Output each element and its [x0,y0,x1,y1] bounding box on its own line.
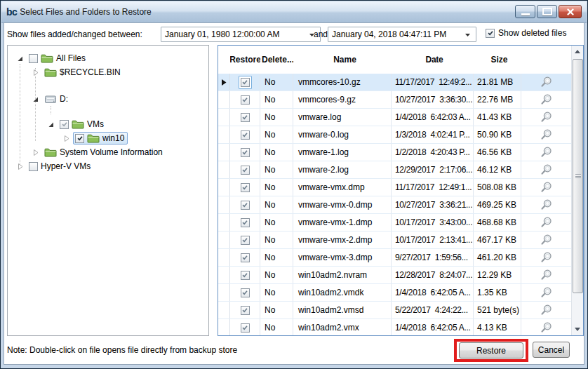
preview-file-button[interactable] [521,302,571,318]
name-cell[interactable]: vmware-vmx.dmp [293,179,392,196]
restore-cell[interactable] [230,249,260,266]
row-selector-cell[interactable] [218,196,230,213]
row-selector-cell[interactable] [218,319,230,335]
preview-file-button[interactable] [521,249,571,266]
name-cell[interactable]: vmmcores-9.gz [293,91,392,108]
row-selector-cell[interactable] [218,126,230,143]
titlebar[interactable]: bc Select Files and Folders to Restore [1,1,587,23]
file-row-win10adm2-vmdk[interactable]: Nowin10adm2.vmdk1/4/2018 6:42:05 A...1.3… [218,284,571,302]
name-cell[interactable]: vmware-vmx-0.dmp [293,196,392,213]
restore-checkbox[interactable] [241,148,250,157]
row-selector-cell[interactable] [218,109,230,126]
file-row-vmware-vmx-dmp[interactable]: Novmware-vmx.dmp11/17/2017 12:49:1...508… [218,179,571,196]
restore-checkbox[interactable] [241,323,250,333]
expander-expanded-icon[interactable] [32,95,39,103]
name-cell[interactable]: vmmcores-10.gz [293,74,392,90]
show-deleted-checkbox[interactable]: Show deleted files [486,28,566,38]
restore-cell[interactable] [230,179,260,196]
row-selector-cell[interactable] [218,74,230,90]
scroll-up-button[interactable] [572,46,583,58]
preview-file-button[interactable] [521,232,571,248]
tree-item-win10[interactable]: win10 [8,131,208,145]
preview-file-button[interactable] [521,91,571,108]
file-row-vmware-vmx-3-dmp[interactable]: Novmware-vmx-3.dmp9/27/2017 1:59:56...46… [218,249,571,267]
expander-collapsed-icon[interactable] [16,163,24,170]
row-selector-cell[interactable] [218,91,230,108]
preview-file-button[interactable] [521,267,571,283]
column-header-restore[interactable]: Restore [230,46,260,74]
file-row-vmmcores-9-gz[interactable]: Novmmcores-9.gz10/27/2017 3:36:30...22.7… [218,91,571,109]
name-cell[interactable]: win10adm2.vmx [293,319,392,335]
row-selector-cell[interactable] [218,214,230,231]
name-cell[interactable]: vmware-vmx-3.dmp [293,249,392,266]
restore-checkbox[interactable] [241,218,250,227]
restore-checkbox[interactable] [241,201,250,210]
restore-checkbox[interactable] [241,253,250,262]
name-cell[interactable]: vmware-0.log [293,126,392,143]
name-cell[interactable]: win10adm2.nvram [293,267,392,283]
row-selector-cell[interactable] [218,249,230,266]
scrollbar-thumb[interactable] [573,59,583,293]
restore-checkbox[interactable] [241,236,250,245]
restore-checkbox[interactable] [241,183,250,192]
file-row-vmware-vmx-2-dmp[interactable]: Novmware-vmx-2.dmp10/17/2017 2:13:41...4… [218,232,571,249]
column-header-deleted[interactable]: Delete... [260,46,293,74]
preview-file-button[interactable] [521,74,571,90]
restore-checkbox[interactable] [241,113,250,122]
tree-item-all-files[interactable]: All Files [8,51,208,65]
tree-checkbox[interactable] [29,162,38,171]
tree-item-hyper-v-vms[interactable]: Hyper-V VMs [8,159,208,173]
restore-cell[interactable] [230,161,260,178]
file-row-win10adm2-vmx[interactable]: Nowin10adm2.vmx1/4/2018 6:42:05 A...4.13… [218,319,571,335]
restore-cell[interactable] [230,319,260,335]
row-selector-cell[interactable] [218,179,230,196]
preview-file-button[interactable] [521,179,571,196]
tree-item-vms[interactable]: VMs [8,117,208,131]
restore-button[interactable]: Restore [459,342,523,358]
row-selector-cell[interactable] [218,267,230,283]
restore-cell[interactable] [230,109,260,126]
name-cell[interactable]: vmware-vmx-1.dmp [293,214,392,231]
preview-file-button[interactable] [521,214,571,231]
minimize-button[interactable] [515,5,535,18]
restore-checkbox[interactable] [241,271,250,280]
file-row-vmware-0-log[interactable]: Novmware-0.log1/3/2018 4:02:41 P...50.90… [218,126,571,144]
preview-file-button[interactable] [521,161,571,178]
column-header-preview[interactable] [521,46,571,74]
row-selector-cell[interactable] [218,302,230,318]
file-row-win10adm2-vmsd[interactable]: Nowin10adm2.vmsd5/22/2017 4:24:22...521 … [218,302,571,319]
column-header-size[interactable]: Size [474,46,521,74]
name-cell[interactable]: win10adm2.vmsd [293,302,392,318]
row-selector-cell[interactable] [218,284,230,301]
date-to-picker[interactable]: January 04, 2018 04:47:11 PM [328,27,476,42]
expander-collapsed-icon[interactable] [62,135,70,142]
restore-checkbox[interactable] [241,166,250,175]
restore-cell[interactable] [230,91,260,108]
date-from-picker[interactable]: January 01, 1980 12:00:00 AM [161,27,321,42]
expander-collapsed-icon[interactable] [32,149,39,156]
restore-checkbox[interactable] [241,288,250,297]
preview-file-button[interactable] [521,196,571,213]
restore-cell[interactable] [230,302,260,318]
file-row-vmware-log[interactable]: Novmware.log1/4/2018 6:42:03 A...41.43 K… [218,109,571,126]
restore-cell[interactable] [230,214,260,231]
restore-cell[interactable] [230,126,260,143]
restore-cell[interactable] [230,196,260,213]
row-selector-cell[interactable] [218,144,230,161]
column-header-date[interactable]: Date [392,46,474,74]
tree-item-recycle-bin[interactable]: $RECYCLE.BIN [8,65,208,79]
tree-checkbox[interactable] [60,120,69,129]
maximize-button[interactable] [537,5,557,18]
tree-item-system-volume-information[interactable]: System Volume Information [8,145,208,159]
restore-checkbox[interactable] [241,78,250,87]
preview-file-button[interactable] [521,109,571,126]
cancel-button[interactable]: Cancel [533,342,570,358]
file-row-vmware-1-log[interactable]: Novmware-1.log1/2/2018 4:20:43 P...46.56… [218,144,571,161]
scroll-down-button[interactable] [572,323,583,335]
file-row-vmware-2-log[interactable]: Novmware-2.log12/29/2017 2:17:06...46.12… [218,161,571,179]
tree-item-d[interactable]: D: [8,92,208,106]
close-button[interactable] [559,5,582,18]
preview-file-button[interactable] [521,144,571,161]
preview-file-button[interactable] [521,284,571,301]
expander-expanded-icon[interactable] [47,121,55,128]
